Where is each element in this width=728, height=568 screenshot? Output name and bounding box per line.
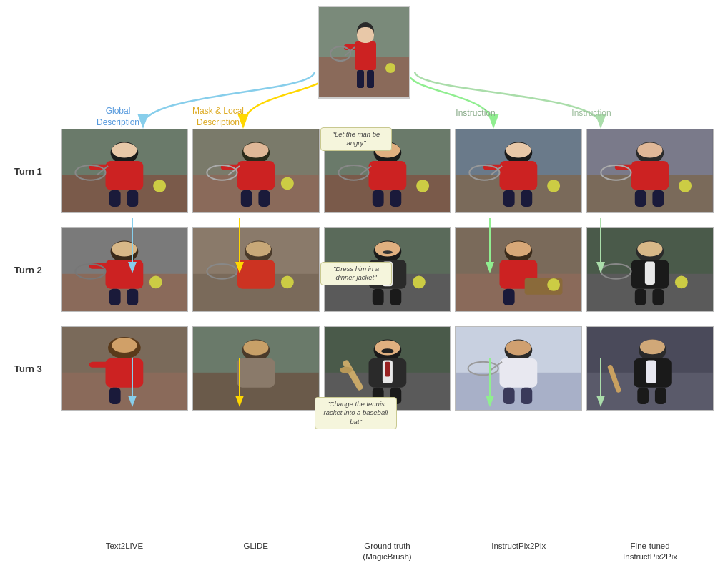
svg-rect-108 xyxy=(653,289,664,305)
svg-rect-114 xyxy=(106,358,144,388)
cell-t1-finetuned xyxy=(586,129,714,213)
svg-rect-50 xyxy=(521,190,533,207)
svg-point-88 xyxy=(382,250,392,254)
svg-point-21 xyxy=(153,180,166,192)
instruction-bubble-turn3: "Change the tennis racket into a basebal… xyxy=(315,397,397,429)
svg-rect-117 xyxy=(109,388,121,404)
col-header-instruction1: Instruction xyxy=(443,108,508,119)
svg-point-98 xyxy=(506,242,531,257)
svg-rect-17 xyxy=(109,190,121,207)
svg-point-130 xyxy=(381,348,394,353)
svg-rect-7 xyxy=(367,70,374,88)
svg-point-63 xyxy=(679,180,692,192)
svg-point-149 xyxy=(640,339,665,354)
svg-rect-39 xyxy=(390,190,401,207)
cell-t3-instruct xyxy=(455,326,582,411)
svg-rect-115 xyxy=(89,362,109,368)
svg-point-122 xyxy=(243,341,268,356)
cell-t2-text2live xyxy=(61,227,188,312)
svg-rect-70 xyxy=(109,289,121,305)
svg-point-73 xyxy=(149,275,162,288)
svg-rect-105 xyxy=(645,261,655,284)
svg-rect-36 xyxy=(368,161,406,190)
svg-rect-67 xyxy=(106,260,144,289)
svg-rect-151 xyxy=(655,388,666,404)
svg-rect-6 xyxy=(357,70,364,88)
svg-rect-61 xyxy=(653,190,664,207)
cell-t1-glide xyxy=(192,129,320,213)
turn2-label: Turn 2 xyxy=(14,265,61,275)
col-header-instruction2: Instruction xyxy=(559,108,624,119)
svg-point-134 xyxy=(340,367,353,373)
cell-t2-glide xyxy=(192,227,320,312)
bottom-label-gt: Ground truth(MagicBrush) xyxy=(324,541,451,562)
svg-rect-138 xyxy=(500,358,538,388)
svg-point-53 xyxy=(548,180,561,192)
source-image xyxy=(318,6,410,99)
svg-rect-29 xyxy=(258,190,270,207)
svg-point-110 xyxy=(675,275,688,288)
svg-rect-89 xyxy=(372,289,383,305)
svg-rect-71 xyxy=(127,289,138,305)
svg-rect-150 xyxy=(638,388,649,404)
cell-t3-text2live xyxy=(61,326,188,411)
cell-t2-instruct xyxy=(455,227,582,312)
svg-point-100 xyxy=(548,278,561,291)
svg-point-16 xyxy=(112,143,137,158)
turn1-label: Turn 1 xyxy=(14,166,61,177)
grid-area: Turn 1 xyxy=(14,125,714,539)
svg-rect-28 xyxy=(241,190,252,207)
svg-point-78 xyxy=(246,242,271,257)
instruction-bubble-turn2: "Dress him in a dinner jacket" xyxy=(320,262,392,285)
svg-point-87 xyxy=(375,242,400,257)
svg-rect-128 xyxy=(385,362,390,377)
svg-point-139 xyxy=(506,341,531,356)
cell-t2-finetuned xyxy=(586,227,714,312)
cell-t3-finetuned xyxy=(586,326,714,411)
svg-rect-57 xyxy=(631,161,669,190)
svg-rect-107 xyxy=(635,289,646,305)
cell-t1-instruct xyxy=(455,129,582,213)
bottom-labels: Text2LIVE GLIDE Ground truth(MagicBrush)… xyxy=(14,541,714,562)
svg-point-92 xyxy=(413,275,426,288)
svg-rect-141 xyxy=(521,388,533,404)
svg-point-116 xyxy=(112,338,137,353)
svg-rect-18 xyxy=(127,190,138,207)
bottom-label-instruct: InstructPix2Pix xyxy=(455,541,582,562)
source-image-container xyxy=(318,6,410,99)
svg-rect-46 xyxy=(500,161,538,190)
svg-rect-99 xyxy=(503,289,515,305)
col-header-mask: Mask & Local Description xyxy=(182,106,254,128)
cell-t3-glide xyxy=(192,326,320,411)
bottom-label-finetuned: Fine-tunedInstructPix2Pix xyxy=(586,541,714,562)
bottom-label-glide: GLIDE xyxy=(192,541,320,562)
svg-rect-148 xyxy=(646,360,656,383)
svg-rect-121 xyxy=(237,358,275,388)
svg-rect-49 xyxy=(503,190,515,207)
svg-point-106 xyxy=(638,242,663,257)
svg-rect-38 xyxy=(372,190,383,207)
instruction-bubble-turn1: "Let the man be angry" xyxy=(320,127,392,151)
svg-rect-14 xyxy=(106,161,144,190)
svg-point-69 xyxy=(112,242,137,257)
turn3-label: Turn 3 xyxy=(14,363,61,374)
svg-point-10 xyxy=(385,63,395,73)
svg-rect-25 xyxy=(237,161,275,190)
svg-point-42 xyxy=(416,180,429,192)
svg-point-32 xyxy=(281,177,294,190)
svg-point-27 xyxy=(243,143,268,158)
col-header-global: Global Description xyxy=(86,106,150,128)
svg-point-80 xyxy=(281,275,294,288)
cell-t1-text2live xyxy=(61,129,188,213)
svg-rect-3 xyxy=(355,41,376,70)
svg-rect-60 xyxy=(635,190,646,207)
svg-rect-5 xyxy=(357,27,374,43)
svg-rect-140 xyxy=(503,388,515,404)
bottom-label-text2live: Text2LIVE xyxy=(61,541,188,562)
svg-point-48 xyxy=(506,143,531,158)
svg-point-59 xyxy=(638,143,663,158)
svg-rect-90 xyxy=(390,289,401,305)
svg-rect-77 xyxy=(237,260,275,289)
